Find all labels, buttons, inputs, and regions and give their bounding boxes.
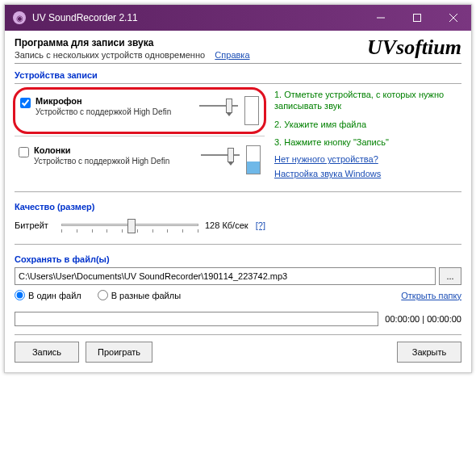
save-section-title: Сохранять в файл(ы) xyxy=(15,254,461,264)
time-total: 00:00:00 xyxy=(427,314,461,324)
action-buttons: Запись Проиграть Закрыть xyxy=(15,334,461,363)
browse-button[interactable]: ... xyxy=(439,267,461,285)
no-device-link[interactable]: Нет нужного устройства? xyxy=(274,154,378,164)
level-meter-microphone xyxy=(244,96,259,125)
volume-slider-speakers[interactable] xyxy=(201,145,241,165)
progress-bar xyxy=(15,312,378,326)
progress-row: 00:00:00 | 00:00:00 xyxy=(15,312,461,326)
save-section: Сохранять в файл(ы) ... В один файл В ра… xyxy=(15,244,461,300)
open-folder-link[interactable]: Открыть папку xyxy=(401,291,461,300)
bitrate-label: Битрейт xyxy=(15,220,55,230)
play-button[interactable]: Проиграть xyxy=(86,342,152,363)
app-window: ◉ UV SoundRecorder 2.11 Программа для за… xyxy=(4,4,472,373)
maximize-button[interactable] xyxy=(399,5,435,31)
devices-section-title: Устройства записи xyxy=(15,70,461,80)
devices-list: Микрофон Устройство с поддержкой High De… xyxy=(15,89,265,183)
windows-sound-link[interactable]: Настройка звука Windows xyxy=(274,169,381,178)
help-link[interactable]: Справка xyxy=(215,50,249,60)
page-title: Программа для записи звука xyxy=(15,37,250,48)
device-desc: Устройство с поддержкой High Defin xyxy=(35,107,199,116)
time-elapsed: 00:00:00 xyxy=(385,314,420,324)
window-title: UV SoundRecorder 2.11 xyxy=(32,12,362,23)
close-window-button[interactable] xyxy=(435,5,471,31)
save-path-input[interactable] xyxy=(15,267,436,285)
close-button[interactable]: Закрыть xyxy=(397,342,461,363)
instruction-step-3: 3. Нажмите кнопку "Запись" xyxy=(274,136,461,148)
save-mode-single[interactable]: В один файл xyxy=(15,290,81,300)
header-subtitle: Запись с нескольких устройств одновремен… xyxy=(15,50,205,60)
minimize-button[interactable] xyxy=(362,5,399,31)
instruction-step-1: 1. Отметьте устройства, с которых нужно … xyxy=(274,89,461,112)
header: Программа для записи звука Запись с неск… xyxy=(15,37,461,64)
quality-section: Качество (размер) Битрейт 128 Кб/сек [?] xyxy=(15,191,461,236)
instruction-step-2: 2. Укажите имя файла xyxy=(274,119,461,130)
bitrate-value: 128 Кб/сек xyxy=(205,220,248,230)
device-desc: Устройство с поддержкой High Defin xyxy=(34,157,201,166)
device-checkbox-microphone[interactable] xyxy=(20,98,31,108)
svg-rect-1 xyxy=(413,15,420,22)
brand-logo: UVsoftium xyxy=(367,36,461,60)
bitrate-help-link[interactable]: [?] xyxy=(256,220,265,230)
record-button[interactable]: Запись xyxy=(15,342,79,363)
save-mode-group: В один файл В разные файлы xyxy=(15,290,401,300)
volume-slider-microphone[interactable] xyxy=(199,96,240,115)
device-microphone[interactable]: Микрофон Устройство с поддержкой High De… xyxy=(13,87,266,134)
app-icon: ◉ xyxy=(13,11,26,24)
save-mode-multi[interactable]: В разные файлы xyxy=(98,290,181,300)
level-meter-speakers xyxy=(246,145,261,174)
instructions-panel: 1. Отметьте устройства, с которых нужно … xyxy=(265,89,461,183)
bitrate-slider[interactable] xyxy=(61,215,198,236)
device-checkbox-speakers[interactable] xyxy=(19,147,29,157)
quality-section-title: Качество (размер) xyxy=(15,202,461,212)
title-bar[interactable]: ◉ UV SoundRecorder 2.11 xyxy=(5,5,471,31)
device-speakers[interactable]: Колонки Устройство с поддержкой High Def… xyxy=(15,140,265,180)
device-name: Микрофон xyxy=(35,96,199,106)
device-name: Колонки xyxy=(34,145,201,155)
